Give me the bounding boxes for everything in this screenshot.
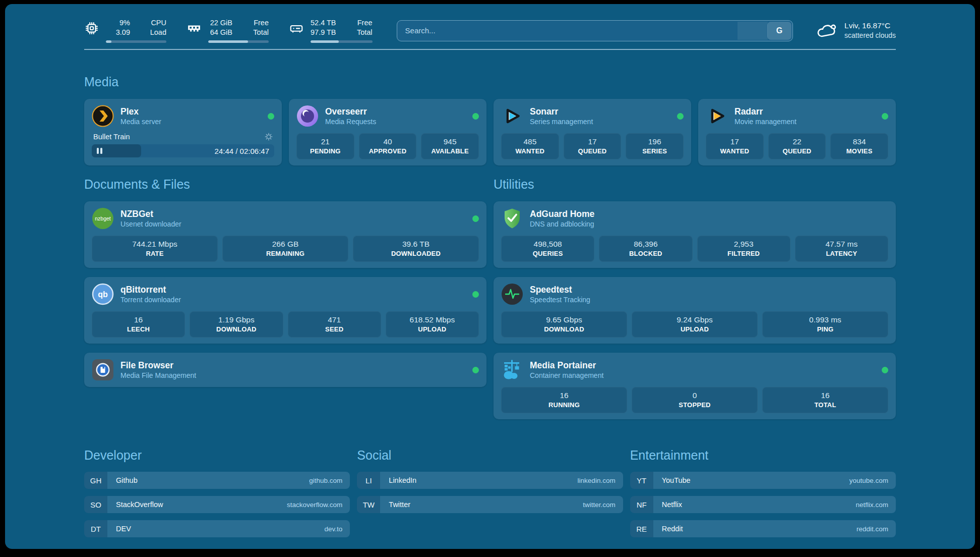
disk-total-label: Total <box>348 28 373 37</box>
speedtest-card[interactable]: Speedtest Speedtest Tracking 9.65 Gbps D… <box>494 277 896 344</box>
bookmark-url: dev.to <box>325 525 343 533</box>
memory-progressbar <box>208 40 269 43</box>
topbar-divider <box>84 49 896 50</box>
card-title: Media Portainer <box>530 360 603 371</box>
resource-widgets: 9% 3.09 CPU Load <box>84 18 373 43</box>
card-subtitle: Movie management <box>734 117 797 127</box>
plex-player-bar: 24:44 / 02:06:47 <box>92 144 274 157</box>
search-provider-button[interactable]: G <box>767 22 791 40</box>
memory-free: 22 GiB <box>208 18 232 28</box>
card-subtitle: DNS and adblocking <box>530 219 594 229</box>
bookmark-name: Twitter <box>389 500 410 509</box>
card-title: AdGuard Home <box>530 208 594 219</box>
cpu-load-label: Load <box>142 28 166 37</box>
bookmark-abbr: GH <box>84 472 107 489</box>
bookmark-url: reddit.com <box>856 525 888 533</box>
adguard-icon <box>501 207 523 230</box>
overseerr-icon <box>296 105 319 127</box>
cpu-progress-fill <box>106 40 111 43</box>
qbittorrent-card[interactable]: qb qBittorrent Torrent downloader 16 LEE… <box>84 277 486 344</box>
stat-box: 16 LEECH <box>92 311 185 338</box>
bookmark-youtube[interactable]: YT YouTube youtube.com <box>630 472 896 489</box>
stat-box: 498,508 QUERIES <box>501 236 594 262</box>
filebrowser-icon <box>92 359 114 381</box>
utilities-column: Utilities AdGuard Home <box>494 177 896 419</box>
stat-box: 471 SEED <box>288 311 381 338</box>
radarr-icon <box>706 105 728 127</box>
now-playing-title: Bullet Train <box>93 133 130 141</box>
stat-box: 2,953 FILTERED <box>697 236 790 262</box>
cpu-progressbar <box>106 40 166 43</box>
disk-total: 97.9 TB <box>311 28 336 37</box>
stat-box: 17 QUEUED <box>564 133 622 159</box>
bookmark-name: Netflix <box>662 500 682 509</box>
section-heading-social: Social <box>357 448 623 463</box>
bookmark-url: stackoverflow.com <box>287 501 342 509</box>
section-heading-developer: Developer <box>84 448 350 463</box>
stat-box: 834 MOVIES <box>830 133 888 159</box>
pause-button[interactable] <box>92 148 102 154</box>
card-title: Plex <box>120 106 161 117</box>
memory-total: 64 GiB <box>208 28 232 37</box>
card-title: Speedtest <box>530 284 590 295</box>
bookmark-github[interactable]: GH Github github.com <box>84 472 350 489</box>
nzbget-card[interactable]: nzbget NZBGet Usenet downloader 744.21 M… <box>84 201 486 268</box>
portainer-card[interactable]: Media Portainer Container management 16 … <box>494 353 896 419</box>
stat-box: 1.19 Gbps DOWNLOAD <box>190 311 283 338</box>
plex-card[interactable]: Plex Media server Bullet Train 24:44 / 0… <box>84 99 282 165</box>
sonarr-card[interactable]: Sonarr Series management 485 WANTED 17 Q… <box>494 99 691 165</box>
bookmark-twitter[interactable]: TW Twitter twitter.com <box>357 496 623 513</box>
section-heading-utilities: Utilities <box>494 177 896 192</box>
bookmark-reddit[interactable]: RE Reddit reddit.com <box>630 520 896 537</box>
bookmark-netflix[interactable]: NF Netflix netflix.com <box>630 496 896 513</box>
memory-total-label: Total <box>244 28 269 37</box>
media-grid: Plex Media server Bullet Train 24:44 / 0… <box>84 99 896 165</box>
stat-box: 17 WANTED <box>706 133 764 159</box>
bookmark-abbr: NF <box>630 496 653 513</box>
cpu-usage: 9% <box>106 18 130 28</box>
card-title: qBittorrent <box>120 284 181 295</box>
stat-box: 40 APPROVED <box>359 133 417 159</box>
bookmark-stackoverflow[interactable]: SO StackOverflow stackoverflow.com <box>84 496 350 513</box>
card-subtitle: Series management <box>530 117 593 127</box>
memory-icon <box>187 21 202 36</box>
nzbget-icon: nzbget <box>92 207 114 230</box>
radarr-card[interactable]: Radarr Movie management 17 WANTED 22 QUE… <box>698 99 896 165</box>
stat-box: 16 RUNNING <box>501 387 627 413</box>
section-heading-documents: Documents & Files <box>84 177 486 192</box>
search-input[interactable] <box>397 21 793 41</box>
stat-box: 945 AVAILABLE <box>421 133 479 159</box>
disk-free-label: Free <box>348 18 373 28</box>
speedtest-icon <box>501 283 523 305</box>
overseerr-card[interactable]: Overseerr Media Requests 21 PENDING 40 A… <box>289 99 486 165</box>
card-subtitle: Speedtest Tracking <box>530 295 590 305</box>
stat-box: 744.21 Mbps RATE <box>92 236 218 262</box>
gear-icon[interactable] <box>265 133 273 141</box>
cpu-label: CPU <box>142 18 166 28</box>
qbittorrent-icon-text: qb <box>98 290 108 299</box>
bookmark-dev[interactable]: DT DEV dev.to <box>84 520 350 537</box>
stat-box: 618.52 Mbps UPLOAD <box>386 311 479 338</box>
status-dot <box>472 113 479 120</box>
sonarr-icon <box>501 105 523 127</box>
filebrowser-card[interactable]: File Browser Media File Management <box>84 353 486 387</box>
stat-box: 196 SERIES <box>626 133 684 159</box>
card-title: File Browser <box>120 360 196 371</box>
bookmark-abbr: LI <box>357 472 380 489</box>
screen: 9% 3.09 CPU Load <box>0 0 980 557</box>
cpu-icon <box>84 21 99 36</box>
adguard-card[interactable]: AdGuard Home DNS and adblocking 498,508 … <box>494 201 896 268</box>
card-subtitle: Media File Management <box>120 371 196 380</box>
disk-free: 52.4 TB <box>311 18 336 28</box>
bookmark-abbr: TW <box>357 496 380 513</box>
cloud-icon <box>816 22 837 39</box>
stat-box: 0 STOPPED <box>632 387 758 413</box>
bookmark-name: YouTube <box>662 476 691 484</box>
search-hint-area <box>738 22 768 40</box>
developer-column: Developer GH Github github.com SO StackO… <box>84 448 350 544</box>
bookmark-url: github.com <box>309 477 342 484</box>
status-dot <box>472 291 479 298</box>
entertainment-column: Entertainment YT YouTube youtube.com NF … <box>630 448 896 544</box>
bookmark-linkedin[interactable]: LI LinkedIn linkedin.com <box>357 472 623 489</box>
card-subtitle: Media server <box>120 117 161 127</box>
